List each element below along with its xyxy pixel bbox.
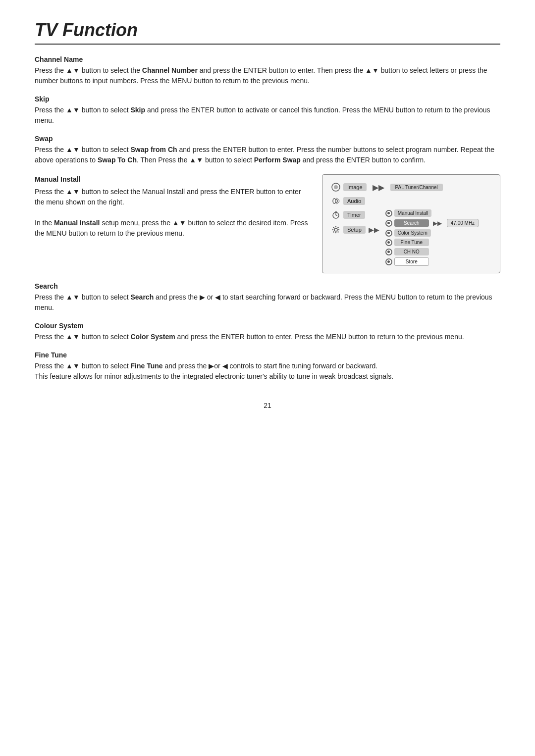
image-label: Image — [343, 183, 367, 191]
section-manual-install: Manual Install Press the ▲▼ button to se… — [35, 174, 500, 273]
svg-point-7 — [334, 228, 337, 231]
timer-label: Timer — [343, 211, 365, 219]
arrow-right-1: ▶▶ — [373, 183, 384, 192]
swap-heading: Swap — [35, 135, 500, 143]
timer-icon — [330, 209, 341, 220]
arrow-right-search: ▶▶ — [433, 220, 442, 227]
radio-fine-tune — [385, 239, 392, 246]
manual-install-body: Press the ▲▼ button to select the Manual… — [35, 187, 312, 239]
submenu-label-search: Search — [394, 219, 429, 227]
colour-system-heading: Colour System — [35, 322, 500, 330]
submenu-col: Manual Install Search ▶▶ 47.00 MHz Color… — [385, 209, 479, 266]
submenu-store: Store — [385, 257, 429, 266]
radio-color-system — [385, 230, 392, 237]
svg-point-2 — [333, 199, 336, 203]
svg-point-1 — [334, 185, 338, 189]
submenu-label-ch-no: CH NO — [394, 248, 429, 255]
image-icon — [330, 182, 341, 193]
submenu-label-manual-install: Manual Install — [394, 209, 432, 217]
search-body: Press the ▲▼ button to select Search and… — [35, 292, 500, 313]
pal-label: PAL Tuner/Channel — [390, 184, 443, 191]
swap-body: Press the ▲▼ button to select Swap from … — [35, 145, 500, 165]
section-swap: Swap Press the ▲▼ button to select Swap … — [35, 135, 500, 165]
skip-heading: Skip — [35, 95, 500, 103]
page-title: TV Function — [35, 20, 500, 45]
channel-name-heading: Channel Name — [35, 55, 500, 63]
submenu-fine-tune: Fine Tune — [385, 239, 429, 246]
svg-point-12 — [333, 227, 334, 228]
radio-store — [385, 258, 392, 265]
menu-item-timer: Timer — [330, 209, 365, 220]
fine-tune-body: Press the ▲▼ button to select Fine Tune … — [35, 361, 500, 382]
freq-label: 47.00 MHz — [447, 219, 479, 227]
radio-search — [385, 220, 392, 227]
menu-item-audio: Audio — [330, 196, 365, 206]
submenu-manual-install: Manual Install — [385, 209, 432, 217]
arrow-right-setup: ▶▶ — [369, 226, 379, 234]
submenu-label-color-system: Color System — [394, 229, 431, 237]
manual-install-heading: Manual Install — [35, 174, 312, 185]
svg-point-15 — [333, 231, 334, 232]
svg-point-8 — [335, 226, 336, 227]
submenu-search: Search ▶▶ 47.00 MHz — [385, 219, 479, 227]
section-channel-name: Channel Name Press the ▲▼ button to sele… — [35, 55, 500, 86]
section-search: Search Press the ▲▼ button to select Sea… — [35, 282, 500, 313]
setup-label: Setup — [343, 226, 366, 234]
menu-item-setup: Setup ▶▶ — [330, 224, 381, 235]
svg-point-14 — [337, 227, 338, 228]
svg-point-10 — [332, 229, 333, 230]
fine-tune-heading: Fine Tune — [35, 351, 500, 359]
submenu-ch-no: CH NO — [385, 248, 429, 255]
search-heading: Search — [35, 282, 500, 290]
radio-ch-no — [385, 249, 392, 255]
svg-point-9 — [335, 232, 336, 233]
channel-name-body: Press the ▲▼ button to select the Channe… — [35, 65, 500, 86]
section-colour-system: Colour System Press the ▲▼ button to sel… — [35, 322, 500, 342]
menu-diagram: Image ▶▶ PAL Tuner/Channel Aud — [322, 174, 500, 273]
main-menu-col: Audio Timer — [330, 196, 381, 235]
skip-body: Press the ▲▼ button to select Skip and p… — [35, 105, 500, 126]
section-fine-tune: Fine Tune Press the ▲▼ button to select … — [35, 351, 500, 382]
submenu-color-system: Color System — [385, 229, 431, 237]
submenu-label-store: Store — [394, 257, 429, 266]
svg-point-13 — [337, 231, 338, 232]
radio-manual-install — [385, 210, 392, 217]
submenu-label-fine-tune: Fine Tune — [394, 239, 429, 246]
audio-icon — [330, 196, 341, 206]
manual-install-text: Manual Install Press the ▲▼ button to se… — [35, 174, 312, 239]
audio-label: Audio — [343, 197, 365, 205]
svg-point-11 — [338, 229, 339, 230]
section-skip: Skip Press the ▲▼ button to select Skip … — [35, 95, 500, 126]
colour-system-body: Press the ▲▼ button to select Color Syst… — [35, 332, 500, 342]
menu-item-image: Image — [330, 182, 367, 193]
setup-icon — [330, 224, 341, 235]
page-number: 21 — [35, 402, 500, 409]
